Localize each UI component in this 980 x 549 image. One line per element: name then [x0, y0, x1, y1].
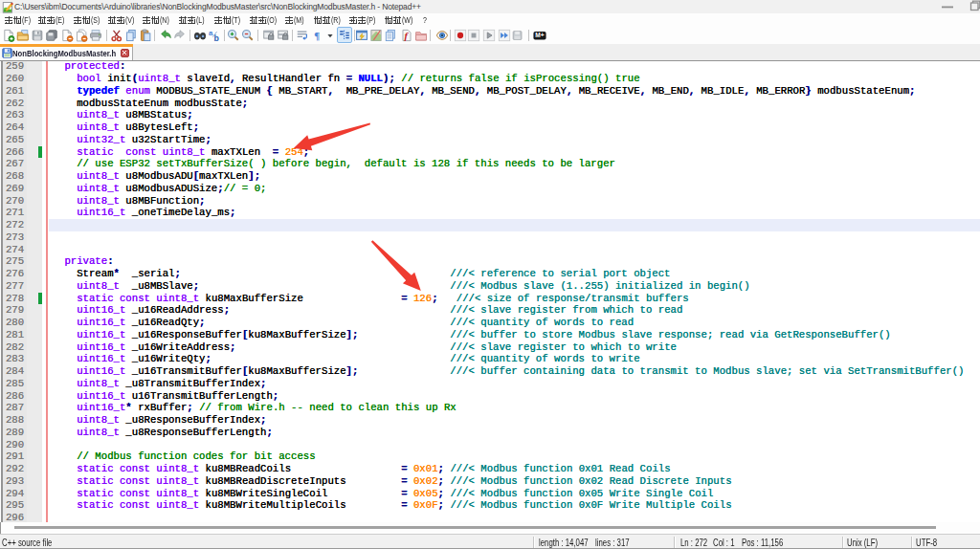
- svg-text:M+: M+: [535, 33, 544, 39]
- svg-text:¶: ¶: [314, 30, 320, 41]
- svg-text:a: a: [209, 29, 213, 37]
